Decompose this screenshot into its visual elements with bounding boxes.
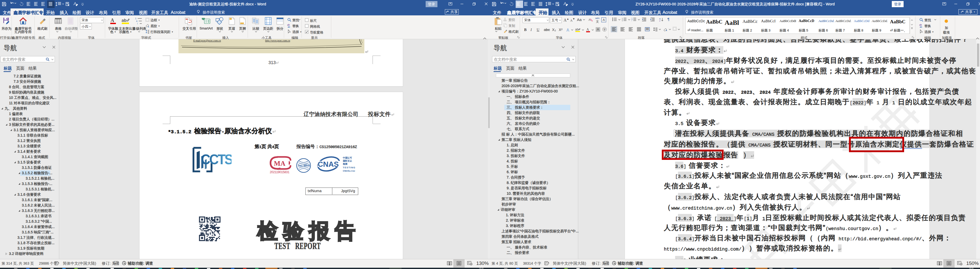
svg-text:3.: 3.: [622, 20, 623, 22]
svg-text:国际互认: 国际互认: [343, 160, 352, 162]
svg-text:x: x: [58, 261, 59, 263]
svg-text:http://www.pcec.com.cn: http://www.pcec.com.cn: [265, 39, 290, 42]
svg-text:A: A: [586, 28, 589, 32]
svg-text:E-mail:pcec@pcec.com.cn: E-mail:pcec@pcec.com.cn: [193, 39, 221, 42]
svg-text:检测: 检测: [342, 163, 347, 165]
svg-text:Z: Z: [659, 20, 660, 22]
svg-text:a: a: [136, 20, 137, 22]
svg-text:ab: ab: [575, 28, 579, 31]
svg-text:i: i: [137, 22, 138, 25]
svg-text:ac: ac: [288, 25, 290, 28]
svg-text:ac: ac: [920, 25, 922, 28]
svg-text:202119015831: 202119015831: [270, 170, 290, 174]
svg-text:TESTING: TESTING: [343, 166, 356, 169]
svg-text:CNASL17102: CNASL17102: [343, 169, 355, 172]
svg-text:中国认可: 中国认可: [343, 157, 352, 159]
svg-text:A: A: [110, 17, 115, 23]
svg-text:ab: ab: [121, 18, 127, 23]
svg-text:ilac-MRA: ilac-MRA: [298, 164, 310, 167]
svg-text:1: 1: [135, 17, 137, 20]
svg-text:x: x: [548, 261, 549, 263]
svg-text:MA: MA: [274, 160, 285, 167]
svg-text:CCTS: CCTS: [201, 151, 232, 167]
svg-text:CNAS: CNAS: [318, 160, 339, 168]
svg-text:i: i: [632, 20, 632, 22]
